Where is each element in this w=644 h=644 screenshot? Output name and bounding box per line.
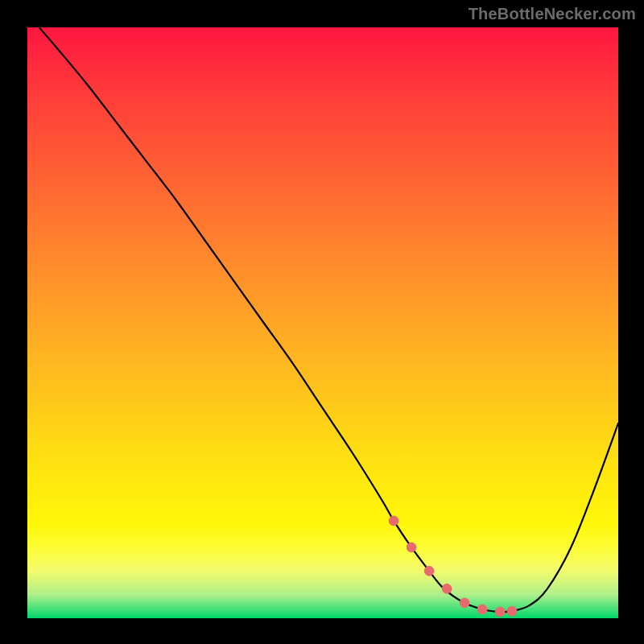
curve-layer: [27, 27, 618, 618]
trough-marker: [460, 598, 469, 608]
trough-marker: [495, 607, 505, 617]
bottleneck-curve: [39, 27, 618, 612]
trough-marker: [407, 543, 416, 552]
trough-marker: [424, 566, 434, 576]
chart-stage: TheBottleNecker.com: [0, 0, 644, 644]
plot-area: [27, 27, 618, 618]
trough-marker: [477, 605, 487, 614]
trough-markers: [389, 516, 517, 617]
trough-marker: [442, 584, 452, 593]
trough-marker: [389, 516, 398, 526]
trough-marker: [507, 606, 517, 616]
watermark-text: TheBottleNecker.com: [469, 5, 636, 23]
